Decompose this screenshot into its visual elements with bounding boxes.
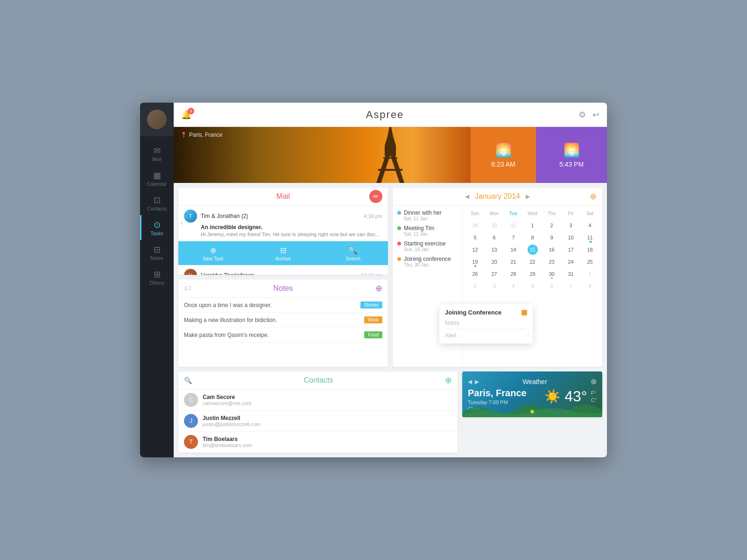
cal-cell-3[interactable]: 3 bbox=[564, 220, 578, 231]
cal-cell-6[interactable]: 6 bbox=[488, 232, 501, 243]
cal-cell-1[interactable]: 1 bbox=[526, 220, 539, 231]
contacts-add-button[interactable]: ⊕ bbox=[445, 375, 452, 385]
sunset-icon: 🌅 bbox=[564, 142, 580, 158]
cal-cell-29[interactable]: 29 bbox=[526, 268, 539, 280]
svg-rect-7 bbox=[386, 150, 395, 151]
weather-prev-icon[interactable]: ◀ bbox=[468, 378, 472, 385]
notes-add-button[interactable]: ⊕ bbox=[375, 283, 382, 294]
cal-cell-16[interactable]: 16 bbox=[545, 244, 558, 255]
cal-cell-8[interactable]: 8 bbox=[526, 232, 539, 243]
cal-cell-5[interactable]: 5 bbox=[469, 232, 482, 243]
mail-heart-1[interactable]: ♥ bbox=[180, 221, 183, 226]
weather-unit-f[interactable]: F° bbox=[591, 390, 597, 396]
mail-avatar-2: H bbox=[184, 269, 197, 275]
popup-notes-field[interactable]: Notes bbox=[445, 320, 527, 329]
day-header-sat: Sat bbox=[584, 208, 597, 219]
search-button[interactable]: 🔍 Search bbox=[318, 241, 388, 265]
cal-cell-28[interactable]: 28 bbox=[507, 268, 520, 280]
cal-cell-3-feb[interactable]: 3 bbox=[488, 280, 501, 292]
cal-cell-7[interactable]: 7 bbox=[507, 232, 520, 243]
cal-cell-30[interactable]: 30 bbox=[545, 268, 558, 280]
cal-cell-30-dec[interactable]: 30 bbox=[488, 220, 501, 231]
cal-cell-4-feb[interactable]: 4 bbox=[507, 280, 520, 292]
cal-cell-12[interactable]: 12 bbox=[469, 244, 482, 255]
note-tag-1: Stories bbox=[360, 301, 382, 308]
mail-icon: ✉ bbox=[154, 147, 161, 155]
avatar[interactable] bbox=[147, 110, 167, 129]
sidebar-item-notes[interactable]: ⊟ Notes bbox=[140, 240, 174, 265]
cal-cell-22[interactable]: 22 bbox=[526, 256, 539, 267]
note-tag-2: Work bbox=[364, 316, 382, 323]
mail-subject-1: An incredible designer. bbox=[184, 224, 382, 231]
cal-cell-24[interactable]: 24 bbox=[564, 256, 578, 267]
contact-avatar-2: J bbox=[184, 414, 198, 428]
cal-week-5: 26 27 28 29 30 31 1 bbox=[465, 268, 599, 280]
cal-cell-9[interactable]: 9 bbox=[545, 232, 558, 243]
cal-cell-11[interactable]: 11 bbox=[584, 232, 597, 243]
cal-cell-27[interactable]: 27 bbox=[488, 268, 501, 280]
cal-cell-2[interactable]: 2 bbox=[545, 220, 558, 231]
cal-cell-25[interactable]: 25 bbox=[584, 256, 597, 267]
cal-cell-14[interactable]: 14 bbox=[507, 244, 520, 255]
mail-item-1[interactable]: ♥ T Tim & Jonathan (2) 4:16 pm An incred… bbox=[178, 206, 388, 241]
settings-icon[interactable]: ⚙ bbox=[578, 110, 586, 120]
cal-cell-31-dec[interactable]: 31 bbox=[507, 220, 520, 231]
note-item-1[interactable]: Once upon a time I was a designer. Stori… bbox=[178, 298, 388, 313]
notes-card-header: 🏷 Notes ⊕ bbox=[178, 280, 388, 298]
sidebar-item-tasks[interactable]: ⊙ Tasks bbox=[140, 215, 174, 240]
contact-item-2[interactable]: J Justin Mezzell justin@justinmezzell.co… bbox=[178, 411, 458, 432]
calendar-day-headers: Sun Mon Tue Wed Thu Fri Sat bbox=[465, 208, 599, 219]
cal-cell-19[interactable]: 19 bbox=[469, 256, 482, 267]
calendar-next-button[interactable]: ▶ bbox=[526, 193, 530, 200]
contact-name-2: Justin Mezzell bbox=[203, 415, 261, 421]
new-task-button[interactable]: ⊕ New Task bbox=[178, 241, 248, 265]
search-label: Search bbox=[345, 256, 360, 261]
cal-cell-6-feb[interactable]: 6 bbox=[545, 280, 558, 292]
cal-cell-1-feb[interactable]: 1 bbox=[584, 268, 597, 280]
cal-cell-7-feb[interactable]: 7 bbox=[564, 280, 578, 292]
cal-cell-8-feb[interactable]: 8 bbox=[584, 280, 597, 292]
cal-cell-20[interactable]: 20 bbox=[488, 256, 501, 267]
mail-item-2[interactable]: ♥ H Haraldur Thorleifsson 11:18 am Trip … bbox=[178, 265, 388, 275]
cal-cell-13[interactable]: 13 bbox=[488, 244, 501, 255]
contacts-search-icon[interactable]: 🔍 bbox=[184, 377, 192, 384]
weather-next-icon[interactable]: ▶ bbox=[475, 378, 479, 385]
note-tag-3: Food bbox=[364, 331, 382, 338]
logout-icon[interactable]: ↩ bbox=[592, 110, 599, 120]
sidebar-item-contacts[interactable]: ⊡ Contacts bbox=[140, 190, 174, 215]
contact-name-3: Tim Boelaars bbox=[203, 436, 253, 442]
sidebar-avatar-section bbox=[140, 103, 174, 136]
note-item-3[interactable]: Make pasta from Qasim's receipe. Food bbox=[178, 328, 388, 343]
cal-cell-29-dec[interactable]: 29 bbox=[469, 220, 482, 231]
calendar-month-title: January 2014 bbox=[475, 192, 520, 201]
cal-cell-23[interactable]: 23 bbox=[545, 256, 558, 267]
cal-cell-26[interactable]: 26 bbox=[469, 268, 482, 280]
compose-button[interactable]: ✏ bbox=[369, 190, 382, 203]
cal-cell-5-feb[interactable]: 5 bbox=[526, 280, 539, 292]
archive-label: Archive bbox=[275, 256, 291, 261]
archive-button[interactable]: ⊟ Archive bbox=[248, 241, 318, 265]
cal-cell-2-feb[interactable]: 2 bbox=[469, 280, 482, 292]
cal-cell-17[interactable]: 17 bbox=[564, 244, 578, 255]
day-header-wed: Wed bbox=[526, 208, 539, 219]
cal-cell-18[interactable]: 18 bbox=[584, 244, 597, 255]
weather-sunset-panel: 🌅 5:43 PM bbox=[536, 127, 607, 183]
note-item-2[interactable]: Making a new illustration for bidiction.… bbox=[178, 313, 388, 328]
cal-cell-15[interactable]: 15 bbox=[526, 244, 539, 255]
calendar-add-button[interactable]: ⊕ bbox=[590, 191, 597, 202]
cal-cell-21[interactable]: 21 bbox=[507, 256, 520, 267]
popup-alert-field[interactable]: Alert bbox=[445, 332, 527, 339]
event-dot-1 bbox=[397, 211, 401, 215]
calendar-prev-button[interactable]: ◀ bbox=[465, 193, 469, 200]
sidebar-item-others[interactable]: ⊞ Others bbox=[140, 265, 174, 289]
note-text-1: Once upon a time I was a designer. bbox=[184, 302, 357, 308]
sidebar-item-calendar[interactable]: ▦ Calendar bbox=[140, 166, 174, 190]
contact-item-1[interactable]: C Cam Secore camsecore@me.com bbox=[178, 390, 458, 411]
sidebar-item-mail[interactable]: ✉ Mail bbox=[140, 141, 174, 166]
contact-item-3[interactable]: T Tim Boelaars tim@timboelaars.com bbox=[178, 432, 458, 453]
notification-bell[interactable]: 🔔 9 bbox=[181, 110, 191, 120]
cal-cell-10[interactable]: 10 bbox=[564, 232, 578, 243]
cal-cell-4[interactable]: 4 bbox=[584, 220, 597, 231]
weather-add-icon[interactable]: ⊕ bbox=[591, 377, 597, 386]
cal-cell-31[interactable]: 31 bbox=[564, 268, 578, 280]
